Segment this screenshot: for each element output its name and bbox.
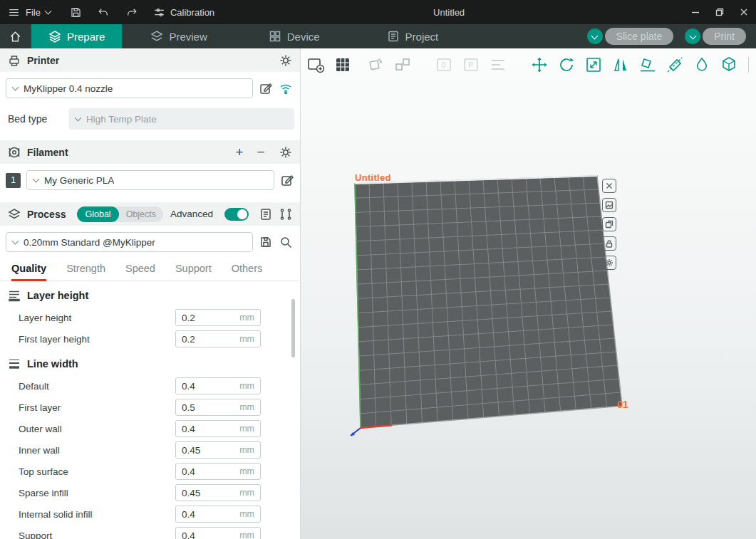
split-to-parts-icon[interactable]: P <box>462 56 480 74</box>
param-unit: mm <box>239 334 254 344</box>
restore-button[interactable] <box>708 0 732 24</box>
param-value-input[interactable] <box>182 424 237 434</box>
scope-global-button[interactable]: Global <box>77 206 118 222</box>
chevron-down-icon <box>12 238 19 245</box>
home-button[interactable] <box>0 24 31 48</box>
param-label: Default <box>19 381 175 392</box>
split-to-objects-icon[interactable]: 0 <box>435 56 453 74</box>
compare-presets-icon[interactable] <box>279 207 293 221</box>
file-menu[interactable]: File <box>7 6 51 19</box>
tab-support[interactable]: Support <box>175 256 212 281</box>
slice-options-button[interactable] <box>587 28 603 44</box>
build-plate[interactable] <box>301 48 756 539</box>
arrange-plates-icon[interactable] <box>333 56 352 74</box>
bed-type-select[interactable]: High Temp Plate <box>68 108 294 130</box>
slice-plate-group: Slice plate <box>587 28 674 45</box>
edit-filament-icon[interactable] <box>280 173 294 187</box>
color-paint-icon[interactable] <box>693 56 711 74</box>
assembly-icon[interactable] <box>720 56 738 74</box>
param-input[interactable]: mm <box>175 399 261 416</box>
param-input[interactable]: mm <box>175 441 261 459</box>
tab-speed[interactable]: Speed <box>125 256 155 281</box>
param-value-input[interactable] <box>182 381 237 392</box>
name-plate-button[interactable] <box>602 217 616 231</box>
cut-icon[interactable] <box>666 56 684 74</box>
close-button[interactable] <box>732 0 756 24</box>
lock-plate-button[interactable] <box>602 236 616 251</box>
wifi-connection-icon[interactable] <box>279 81 293 95</box>
param-input[interactable]: mm <box>175 527 261 539</box>
tab-preview[interactable]: Preview <box>133 24 224 48</box>
print-button[interactable]: Print <box>703 28 746 45</box>
tab-quality[interactable]: Quality <box>11 256 46 281</box>
param-input[interactable]: mm <box>175 463 261 480</box>
print-options-button[interactable] <box>685 28 700 44</box>
lay-on-face-icon[interactable] <box>638 56 657 74</box>
param-value-input[interactable] <box>182 509 237 520</box>
printer-settings-gear-icon[interactable] <box>279 53 293 68</box>
param-input[interactable]: mm <box>175 506 261 523</box>
advanced-toggle[interactable] <box>224 208 249 221</box>
filament-index-badge[interactable]: 1 <box>6 173 21 188</box>
param-input[interactable]: mm <box>175 484 261 501</box>
preset-list-icon[interactable] <box>259 207 273 221</box>
minimize-button[interactable] <box>683 0 708 24</box>
viewport-3d[interactable]: 0 P Ta Untitled 01 <box>301 48 756 539</box>
param-value-input[interactable] <box>182 488 237 498</box>
chevron-down-icon <box>75 115 82 122</box>
undo-icon[interactable] <box>97 6 110 19</box>
param-value-input[interactable] <box>182 402 237 413</box>
mirror-icon[interactable] <box>611 56 630 74</box>
tab-device[interactable]: Device <box>252 24 337 48</box>
tab-others[interactable]: Others <box>232 256 263 281</box>
auto-orient-icon[interactable] <box>366 56 385 74</box>
param-input[interactable]: mm <box>175 377 261 394</box>
param-value-input[interactable] <box>182 530 237 539</box>
calibration-icon <box>152 6 166 19</box>
param-label: Sparse infill <box>19 488 175 498</box>
edit-printer-icon[interactable] <box>259 81 273 95</box>
param-value-input[interactable] <box>182 466 237 477</box>
delete-plate-button[interactable] <box>602 179 616 193</box>
printer-preset-select[interactable]: MyKlipper 0.4 nozzle <box>6 78 253 98</box>
filament-preset-select[interactable]: My Generic PLA <box>26 170 274 190</box>
search-icon[interactable] <box>279 235 293 249</box>
scale-icon[interactable] <box>584 56 603 74</box>
rotate-icon[interactable] <box>557 56 576 74</box>
param-input[interactable]: mm <box>175 420 261 437</box>
param-unit: mm <box>239 402 254 412</box>
plate-name-label[interactable]: Untitled <box>355 172 391 183</box>
param-value-input[interactable] <box>182 445 237 456</box>
param-input[interactable]: mm <box>175 309 261 326</box>
move-icon[interactable] <box>530 56 549 74</box>
param-row: First layer mm <box>0 397 300 418</box>
add-plate-icon[interactable] <box>306 56 325 74</box>
tab-project[interactable]: Project <box>370 24 456 48</box>
remove-filament-button[interactable]: − <box>253 145 269 159</box>
process-preset-select[interactable]: 0.20mm Standard @MyKlipper <box>6 232 253 252</box>
save-icon[interactable] <box>69 6 83 19</box>
param-label: Internal solid infill <box>19 509 175 520</box>
save-preset-icon[interactable] <box>259 235 273 249</box>
add-filament-button[interactable]: + <box>232 145 247 159</box>
param-unit: mm <box>239 509 254 519</box>
file-menu-label: File <box>26 7 41 18</box>
printer-preset-row: MyKlipper 0.4 nozzle <box>0 72 300 102</box>
scrollbar-thumb[interactable] <box>291 299 295 357</box>
slice-plate-button[interactable]: Slice plate <box>605 28 674 45</box>
variable-layer-height-icon[interactable] <box>489 56 507 74</box>
home-icon <box>9 30 22 43</box>
group-title: Line width <box>27 358 78 370</box>
plate-settings-button[interactable] <box>602 256 616 270</box>
scope-objects-button[interactable]: Objects <box>119 209 163 219</box>
redo-icon[interactable] <box>125 6 138 19</box>
tab-prepare[interactable]: Prepare <box>31 24 122 48</box>
set-plate-image-button[interactable] <box>602 198 616 212</box>
tab-strength[interactable]: Strength <box>66 256 105 281</box>
param-input[interactable]: mm <box>175 330 261 347</box>
param-value-input[interactable] <box>182 334 237 345</box>
param-value-input[interactable] <box>182 313 237 323</box>
filament-settings-gear-icon[interactable] <box>279 145 293 159</box>
arrange-objects-icon[interactable] <box>393 56 412 74</box>
calibration-menu[interactable]: Calibration <box>152 6 214 19</box>
